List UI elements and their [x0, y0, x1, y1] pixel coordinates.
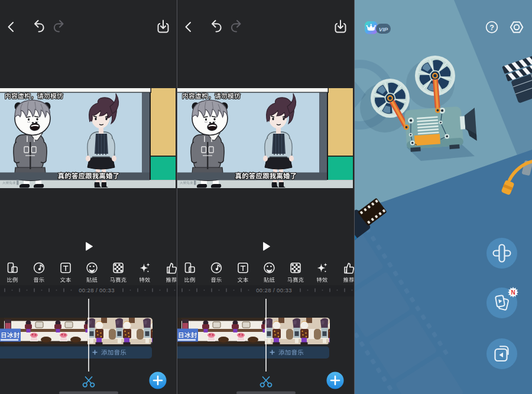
- svg-text:?: ?: [489, 24, 494, 32]
- svg-text:N: N: [511, 289, 515, 296]
- svg-text:VIP: VIP: [379, 26, 388, 33]
